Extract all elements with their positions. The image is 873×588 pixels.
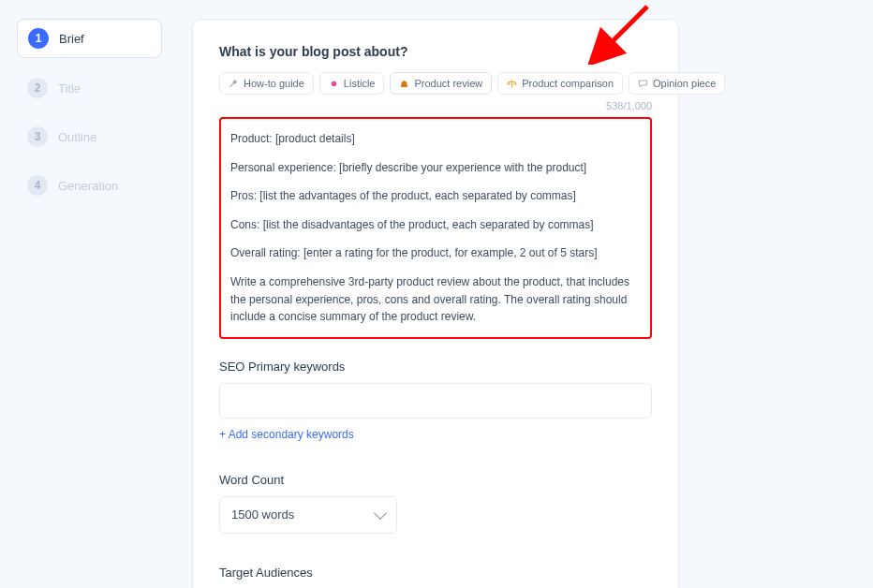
chip-label: Product comparison (522, 78, 614, 89)
brief-line: Product: [product details] (230, 130, 641, 148)
wrench-icon (229, 79, 239, 89)
chat-icon (638, 79, 648, 89)
step-outline[interactable]: 3 Outline (17, 118, 162, 155)
step-title[interactable]: 2 Title (17, 69, 162, 107)
seo-label: SEO Primary keywords (219, 360, 652, 374)
scales-icon (507, 79, 517, 89)
target-audiences-section: Target Audiences Broad Audience More (219, 566, 652, 588)
brief-panel: What is your blog post about? How-to gui… (192, 19, 679, 588)
type-how-to-guide[interactable]: How-to guide (219, 72, 314, 95)
step-label: Brief (59, 32, 84, 46)
step-number: 3 (27, 126, 48, 147)
brief-line: Pros: [list the advantages of the produc… (230, 187, 641, 205)
type-product-review[interactable]: Product review (390, 72, 492, 95)
word-count-section: Word Count 1500 words (219, 473, 652, 534)
step-label: Generation (58, 179, 118, 193)
step-label: Title (58, 81, 81, 96)
type-listicle[interactable]: Listicle (319, 72, 385, 95)
brief-line: Cons: [list the disadvantages of the pro… (230, 216, 641, 234)
dot-icon (329, 79, 339, 89)
chevron-down-icon (374, 507, 387, 520)
step-number: 2 (27, 78, 48, 98)
brief-line: Write a comprehensive 3rd-party product … (230, 273, 641, 326)
step-number: 1 (28, 28, 49, 49)
chip-label: Product review (414, 78, 482, 89)
type-product-comparison[interactable]: Product comparison (497, 72, 623, 95)
brief-line: Overall rating: [enter a rating for the … (230, 244, 641, 262)
char-count: 538/1,000 (219, 100, 652, 111)
type-opinion-piece[interactable]: Opinion piece (629, 72, 725, 95)
add-secondary-keywords-button[interactable]: + Add secondary keywords (219, 428, 354, 441)
seo-section: SEO Primary keywords + Add secondary key… (219, 360, 652, 441)
svg-point-1 (332, 81, 337, 86)
step-generation[interactable]: 4 Generation (17, 167, 162, 204)
audiences-label: Target Audiences (219, 566, 652, 580)
word-count-value: 1500 words (231, 507, 294, 522)
step-number: 4 (27, 175, 48, 196)
chip-label: Opinion piece (653, 78, 716, 89)
word-count-select[interactable]: 1500 words (219, 496, 397, 534)
brief-line: Personal experience: [briefly describe y… (230, 159, 641, 177)
sidebar: 1 Brief 2 Title 3 Outline 4 Generation (17, 19, 162, 588)
step-brief[interactable]: 1 Brief (17, 19, 162, 58)
brief-textarea[interactable]: Product: [product details] Personal expe… (219, 117, 652, 339)
bag-icon (399, 79, 409, 89)
post-type-row: How-to guide Listicle Product review Pro… (219, 72, 652, 95)
chip-label: How-to guide (244, 78, 304, 89)
seo-primary-input[interactable] (219, 383, 652, 419)
chip-label: Listicle (344, 78, 376, 89)
word-count-label: Word Count (219, 473, 652, 487)
brief-title: What is your blog post about? (219, 44, 652, 59)
step-label: Outline (58, 130, 96, 144)
